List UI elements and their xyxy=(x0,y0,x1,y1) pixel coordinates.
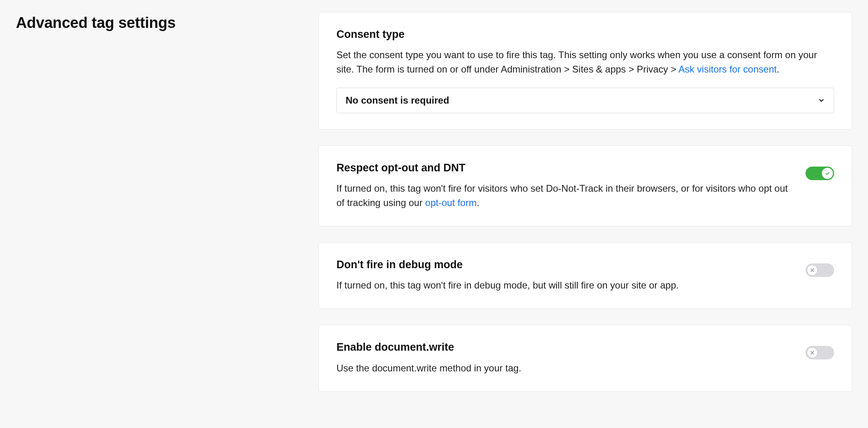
document-write-description: Use the document.write method in your ta… xyxy=(336,361,790,375)
respect-optout-desc-text: If turned on, this tag won't fire for vi… xyxy=(336,183,788,208)
consent-type-select-value: No consent is required xyxy=(346,94,449,108)
card-respect-optout: Respect opt-out and DNT If turned on, th… xyxy=(319,145,852,226)
consent-type-description: Set the consent type you want to use to … xyxy=(336,48,834,77)
consent-type-desc-suffix: . xyxy=(777,64,780,75)
page-title: Advanced tag settings xyxy=(16,12,303,34)
ask-visitors-consent-link[interactable]: Ask visitors for consent xyxy=(678,64,777,75)
respect-optout-description: If turned on, this tag won't fire for vi… xyxy=(336,181,790,210)
consent-type-title: Consent type xyxy=(336,27,834,42)
card-debug-mode: Don't fire in debug mode If turned on, t… xyxy=(319,242,852,309)
respect-optout-toggle[interactable] xyxy=(805,167,834,180)
card-consent-type: Consent type Set the consent type you wa… xyxy=(319,12,852,130)
debug-mode-description: If turned on, this tag won't fire in deb… xyxy=(336,278,790,293)
opt-out-form-link[interactable]: opt-out form xyxy=(425,197,477,208)
document-write-title: Enable document.write xyxy=(336,340,790,355)
check-icon xyxy=(822,168,833,179)
respect-optout-title: Respect opt-out and DNT xyxy=(336,160,790,176)
chevron-down-icon xyxy=(818,97,825,104)
card-document-write: Enable document.write Use the document.w… xyxy=(319,325,852,391)
debug-mode-title: Don't fire in debug mode xyxy=(336,257,790,273)
debug-mode-toggle[interactable] xyxy=(805,263,834,277)
respect-optout-desc-suffix: . xyxy=(477,197,479,208)
document-write-toggle[interactable] xyxy=(805,346,834,359)
consent-type-select[interactable]: No consent is required xyxy=(336,88,834,113)
